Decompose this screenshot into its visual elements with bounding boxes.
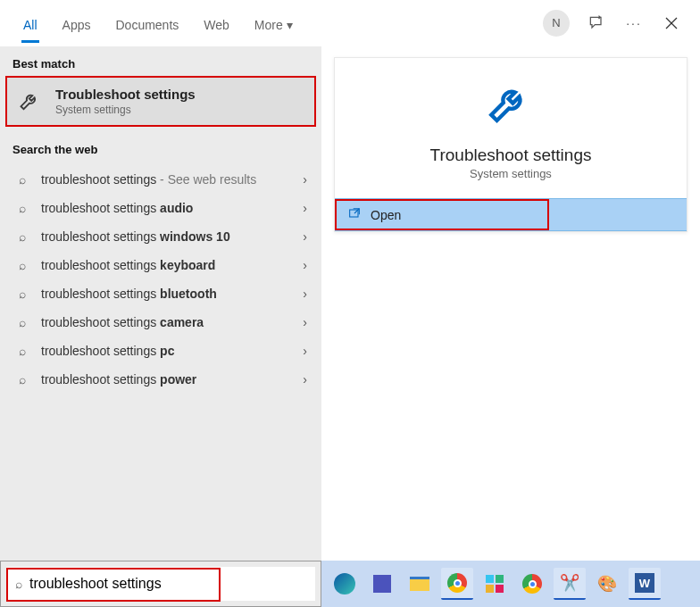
result-detail-card: Troubleshoot settings System settings Op… — [334, 57, 688, 232]
best-match-header: Best match — [0, 46, 321, 76]
filter-tabs: All Apps Documents Web More ▾ N ··· — [0, 0, 700, 46]
user-avatar[interactable]: N — [543, 10, 570, 37]
web-result-bold: keyboard — [160, 258, 215, 272]
taskbar-app-teams[interactable] — [366, 568, 398, 600]
search-icon: ⌕ — [14, 315, 30, 329]
chevron-right-icon: › — [303, 172, 307, 187]
web-result-item[interactable]: ⌕ troubleshoot settings audio › — [5, 194, 316, 222]
taskbar-app-chrome-alt[interactable] — [516, 568, 548, 600]
search-icon: ⌕ — [14, 287, 30, 301]
search-box-container: ⌕ — [0, 561, 321, 607]
web-result-text: troubleshoot settings — [41, 229, 160, 244]
web-result-text: troubleshoot settings — [41, 372, 160, 387]
search-input-wrap[interactable]: ⌕ — [6, 567, 315, 601]
tab-more[interactable]: More ▾ — [242, 4, 305, 43]
web-result-text: troubleshoot settings — [41, 315, 160, 329]
tab-all[interactable]: All — [11, 4, 50, 43]
search-web-header: Search the web — [0, 132, 321, 162]
taskbar-app-snip[interactable]: ✂️ — [554, 568, 586, 600]
open-label: Open — [371, 208, 401, 222]
best-match-subtitle: System settings — [55, 104, 196, 116]
tab-more-label: More — [254, 18, 283, 32]
web-result-bold: camera — [160, 315, 204, 329]
web-result-item[interactable]: ⌕ troubleshoot settings - See web result… — [5, 165, 316, 194]
chevron-down-icon: ▾ — [287, 18, 293, 32]
web-result-text: troubleshoot settings — [41, 201, 160, 215]
open-icon — [347, 206, 362, 223]
web-result-hint: - See web results — [156, 172, 256, 187]
search-icon: ⌕ — [14, 258, 30, 272]
web-result-item[interactable]: ⌕ troubleshoot settings camera › — [5, 308, 316, 337]
taskbar-app-paint[interactable]: 🎨 — [591, 568, 623, 600]
detail-panel: Troubleshoot settings System settings Op… — [321, 46, 700, 561]
best-match-title: Troubleshoot settings — [55, 87, 196, 102]
search-icon: ⌕ — [14, 344, 30, 358]
chevron-right-icon: › — [303, 201, 307, 215]
chevron-right-icon: › — [303, 372, 307, 387]
search-input[interactable] — [29, 576, 306, 592]
tab-documents[interactable]: Documents — [103, 4, 191, 43]
search-icon: ⌕ — [14, 201, 30, 215]
search-icon: ⌕ — [14, 172, 30, 187]
chevron-right-icon: › — [303, 315, 307, 329]
search-icon: ⌕ — [15, 577, 22, 591]
taskbar-app-file-explorer[interactable] — [404, 568, 436, 600]
web-result-text: troubleshoot settings — [41, 172, 156, 187]
best-match-item[interactable]: Troubleshoot settings System settings — [5, 76, 316, 127]
web-result-bold: windows 10 — [160, 229, 230, 244]
taskbar-app-slack[interactable] — [479, 568, 511, 600]
detail-title: Troubleshoot settings — [430, 146, 592, 165]
web-results-list: ⌕ troubleshoot settings - See web result… — [0, 162, 321, 397]
web-result-text: troubleshoot settings — [41, 287, 160, 301]
search-icon: ⌕ — [14, 229, 30, 244]
web-result-text: troubleshoot settings — [41, 258, 160, 272]
taskbar-app-word[interactable]: W — [629, 568, 661, 600]
detail-subtitle: System settings — [470, 167, 552, 180]
web-result-bold: bluetooth — [160, 287, 217, 301]
chevron-right-icon: › — [303, 258, 307, 272]
open-action[interactable]: Open — [335, 198, 687, 231]
tab-web[interactable]: Web — [191, 4, 242, 43]
wrench-icon — [485, 79, 537, 131]
web-result-item[interactable]: ⌕ troubleshoot settings power › — [5, 365, 316, 394]
web-result-item[interactable]: ⌕ troubleshoot settings pc › — [5, 337, 316, 365]
web-result-bold: audio — [160, 201, 193, 215]
close-button[interactable] — [661, 12, 682, 34]
web-result-item[interactable]: ⌕ troubleshoot settings bluetooth › — [5, 279, 316, 308]
more-options-icon[interactable]: ··· — [623, 12, 645, 34]
chevron-right-icon: › — [303, 287, 307, 301]
taskbar: ✂️ 🎨 W — [321, 561, 700, 607]
web-result-bold: power — [160, 372, 196, 387]
web-result-item[interactable]: ⌕ troubleshoot settings keyboard › — [5, 251, 316, 279]
feedback-icon[interactable] — [586, 12, 607, 34]
taskbar-app-edge[interactable] — [329, 568, 361, 600]
wrench-icon — [18, 89, 43, 114]
web-result-item[interactable]: ⌕ troubleshoot settings windows 10 › — [5, 222, 316, 251]
web-result-text: troubleshoot settings — [41, 344, 160, 358]
chevron-right-icon: › — [303, 344, 307, 358]
web-result-bold: pc — [160, 344, 174, 358]
tab-apps[interactable]: Apps — [50, 4, 104, 43]
chevron-right-icon: › — [303, 229, 307, 244]
results-panel: Best match Troubleshoot settings System … — [0, 46, 321, 561]
search-icon: ⌕ — [14, 372, 30, 387]
taskbar-app-chrome[interactable] — [441, 568, 473, 600]
